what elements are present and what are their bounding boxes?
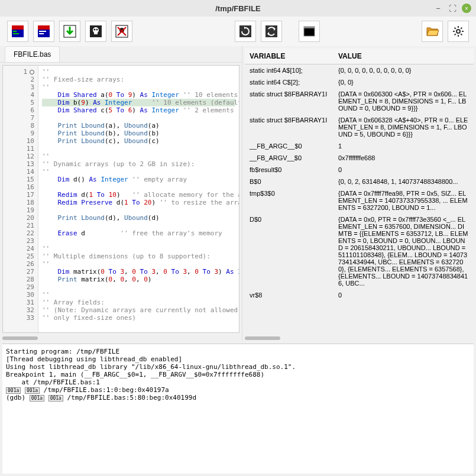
debug-console[interactable]: Starting program: /tmp/FBFILE[Thread deb… — [2, 344, 474, 474]
variable-name: static struct $8FBARRAY1I — [250, 116, 338, 124]
gutter-line[interactable]: 9 — [3, 129, 34, 137]
refresh-button[interactable] — [235, 21, 256, 42]
gutter-line[interactable]: 19 — [3, 206, 34, 214]
editor-gutter: 1234567891011121314151617181920212223242… — [3, 66, 38, 332]
maximize-button[interactable]: ⛶ — [448, 4, 457, 13]
gutter-line[interactable]: 21 — [3, 222, 34, 229]
variable-value: {DATA = 0x606300 <A$>, PTR = 0x606... EL… — [338, 90, 469, 112]
variable-row[interactable]: static struct $8FBARRAY1I{DATA = 0x60632… — [245, 114, 474, 140]
step-button[interactable] — [33, 21, 54, 42]
gutter-line[interactable]: 6 — [3, 106, 34, 114]
variable-row[interactable]: static int64 C$[2];{0, 0} — [245, 76, 474, 88]
gutter-line[interactable]: 3 — [3, 83, 34, 91]
code-line: Print matrix(0, 0, 0, 0) — [42, 276, 235, 283]
gutter-line[interactable]: 33 — [3, 314, 34, 322]
variable-value: {0, 0, 0, 0, 0, 0, 0, 0, 0, 0} — [338, 67, 469, 74]
variable-row[interactable]: __FB_ARGV__$00x7fffffffe688 — [245, 152, 474, 164]
code-line — [42, 183, 235, 191]
code-line — [42, 222, 235, 229]
gutter-line[interactable]: 5 — [3, 99, 34, 106]
variable-name: B$0 — [250, 178, 338, 185]
variable-row[interactable]: static struct $8FBARRAY1I{DATA = 0x60630… — [245, 88, 474, 114]
gutter-line[interactable]: 1 — [3, 68, 34, 76]
gutter-line[interactable]: 16 — [3, 183, 34, 191]
gutter-line[interactable]: 24 — [3, 245, 34, 252]
gutter-line[interactable]: 12 — [3, 153, 34, 160]
variable-name: fb$result$0 — [250, 166, 338, 173]
continue-button[interactable] — [59, 21, 80, 42]
gutter-line[interactable]: 10 — [3, 137, 34, 145]
gutter-line[interactable]: 7 — [3, 114, 34, 122]
code-line — [42, 206, 235, 214]
skull-button[interactable] — [85, 21, 106, 42]
gutter-line[interactable]: 25 — [3, 252, 34, 260]
close-button[interactable]: × — [462, 4, 471, 13]
breakpoint-icon — [11, 24, 25, 38]
tab-fbfile[interactable]: FBFILE.bas — [5, 46, 60, 62]
gutter-line[interactable]: 4 — [3, 91, 34, 99]
variable-name: __FB_ARGV__$0 — [250, 154, 338, 161]
gutter-line[interactable]: 22 — [3, 229, 34, 237]
variable-row[interactable]: fb$result$00 — [245, 164, 474, 176]
svg-rect-2 — [13, 31, 17, 32]
variable-value: {0, 0, 2, 6314848, 1, 140737488348800... — [338, 178, 469, 185]
console-line: (gdb) 001a 001a /tmp/FBFILE.bas:5:80:beg… — [6, 394, 470, 401]
code-line — [42, 237, 235, 245]
settings-icon — [451, 24, 465, 38]
variable-row[interactable]: D$0{DATA = 0x0, PTR = 0x7ffff73e3560 <_.… — [245, 213, 474, 289]
open-button[interactable] — [422, 21, 443, 42]
gutter-line[interactable]: 29 — [3, 283, 34, 291]
gutter-line[interactable]: 14 — [3, 168, 34, 176]
code-line — [42, 114, 235, 122]
variable-row[interactable]: vr$80 — [245, 289, 474, 301]
terminal-button[interactable] — [299, 21, 320, 42]
gutter-line[interactable]: 2 — [3, 76, 34, 83]
open-icon — [425, 24, 439, 38]
code-line: '' Fixed-size arrays: — [42, 76, 235, 83]
gutter-line[interactable]: 11 — [3, 145, 34, 153]
console-line: at /tmp/FBFILE.bas:1 — [6, 378, 470, 386]
editor-code[interactable]: '''' Fixed-size arrays:'' Dim Shared a(0… — [38, 66, 239, 332]
code-line: '' Multiple dimensions (up to 8 supporte… — [42, 252, 235, 260]
gutter-line[interactable]: 27 — [3, 268, 34, 276]
gutter-line[interactable]: 23 — [3, 237, 34, 245]
variable-value: 0 — [338, 166, 469, 173]
gutter-line[interactable]: 28 — [3, 276, 34, 283]
code-editor[interactable]: 1234567891011121314151617181920212223242… — [2, 65, 239, 333]
gutter-line[interactable]: 17 — [3, 191, 34, 199]
breakpoint-marker[interactable] — [30, 70, 34, 75]
variable-value: 0 — [338, 292, 469, 299]
gutter-line[interactable]: 15 — [3, 176, 34, 183]
svg-rect-7 — [39, 33, 44, 34]
svg-rect-1 — [12, 25, 24, 30]
code-line: '' Array fields: — [42, 299, 235, 306]
variable-row[interactable]: static int64 A$[10];{0, 0, 0, 0, 0, 0, 0… — [245, 64, 474, 76]
skull-icon — [89, 24, 103, 38]
gutter-line[interactable]: 18 — [3, 199, 34, 206]
settings-button[interactable] — [448, 21, 469, 42]
variable-row[interactable]: B$0{0, 0, 2, 6314848, 1, 140737488348800… — [245, 176, 474, 187]
code-line: Redim d(1 To 10) '' allocate memory for … — [42, 191, 235, 199]
variables-panel: VARIABLE VALUE static int64 A$[10];{0, 0… — [245, 48, 474, 333]
editor-scrollbar[interactable] — [0, 335, 242, 341]
step-icon — [37, 24, 51, 38]
gutter-line[interactable]: 32 — [3, 306, 34, 314]
svg-point-11 — [94, 29, 96, 31]
gutter-line[interactable]: 30 — [3, 291, 34, 299]
gutter-line[interactable]: 8 — [3, 122, 34, 129]
reload-button[interactable] — [261, 21, 282, 42]
gutter-line[interactable]: 13 — [3, 160, 34, 168]
code-line: Dim b(9) As Integer '' 10 elements (defa… — [42, 99, 235, 106]
gutter-line[interactable]: 31 — [3, 299, 34, 306]
variable-row[interactable]: tmp$3$0{DATA = 0x7ffff7ffea98, PTR = 0x5… — [245, 187, 474, 213]
code-line: '' — [42, 83, 235, 91]
kill-button[interactable] — [111, 21, 132, 42]
minimize-button[interactable]: − — [433, 4, 443, 13]
variables-scrollbar[interactable] — [242, 335, 476, 341]
gutter-line[interactable]: 26 — [3, 260, 34, 268]
variable-value: {DATA = 0x7ffff7ffea98, PTR = 0x5, SIZ..… — [338, 190, 469, 211]
gutter-line[interactable]: 20 — [3, 214, 34, 222]
svg-point-20 — [456, 30, 460, 33]
variable-row[interactable]: __FB_ARGC__$01 — [245, 140, 474, 152]
breakpoint-button[interactable] — [7, 21, 28, 42]
